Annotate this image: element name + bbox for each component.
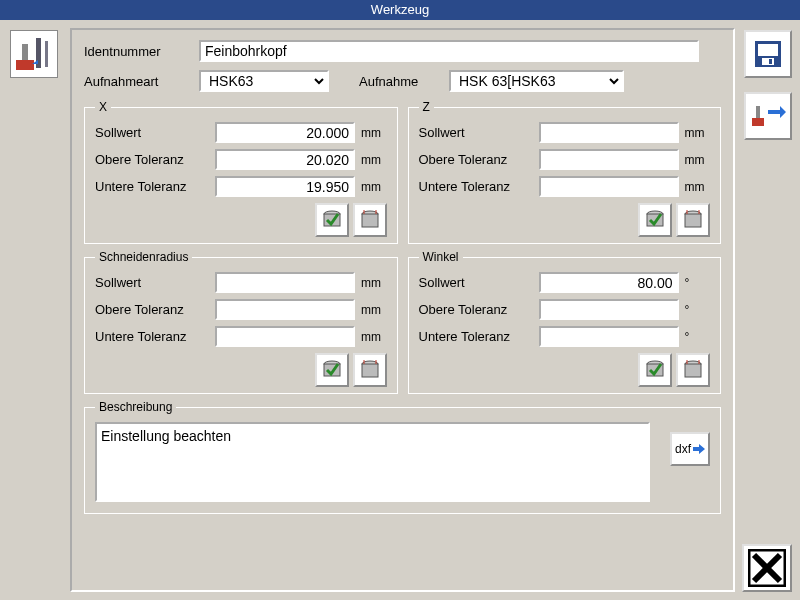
dxf-label: dxf [675,442,691,456]
z-cylinder-button[interactable] [676,203,710,237]
cylinder-check-icon [643,358,667,382]
z-sollwert-input[interactable] [539,122,679,143]
winkel-sollwert-input[interactable] [539,272,679,293]
svg-rect-6 [758,44,778,56]
z-obere-input[interactable] [539,149,679,170]
x-unit: mm [355,126,385,140]
svg-rect-0 [16,60,34,70]
group-x-legend: X [95,100,111,114]
x-obere-input[interactable] [215,149,355,170]
radius-cylinder-button[interactable] [353,353,387,387]
description-legend: Beschreibung [95,400,176,414]
close-button[interactable] [742,544,792,592]
ident-input[interactable] [199,40,699,62]
svg-rect-20 [685,214,701,227]
winkel-untere-input[interactable] [539,326,679,347]
cylinder-check-icon [320,358,344,382]
svg-rect-32 [685,364,701,377]
x-apply-button[interactable] [315,203,349,237]
cylinder-icon [681,358,705,382]
svg-marker-3 [45,41,48,67]
radius-untere-input[interactable] [215,326,355,347]
cylinder-check-icon [320,208,344,232]
radius-sollwert-input[interactable] [215,272,355,293]
tool-form-panel: Identnummer Aufnahmeart HSK63 Aufnahme H… [70,28,735,592]
cylinder-check-icon [643,208,667,232]
description-textarea[interactable] [95,422,650,502]
radius-apply-button[interactable] [315,353,349,387]
x-cylinder-button[interactable] [353,203,387,237]
tool-arrow-icon [750,100,786,132]
dxf-button[interactable]: dxf [670,432,710,466]
svg-rect-1 [22,44,28,60]
cylinder-icon [358,358,382,382]
group-radius: Schneidenradius Sollwertmm Obere Toleran… [84,250,398,394]
x-sollwert-label: Sollwert [95,125,215,140]
radius-obere-input[interactable] [215,299,355,320]
floppy-disk-icon [752,38,784,70]
aufnahmeart-label: Aufnahmeart [84,74,199,89]
x-sollwert-input[interactable] [215,122,355,143]
aufnahme-label: Aufnahme [359,74,449,89]
save-button[interactable] [744,30,792,78]
tool-transfer-button[interactable] [744,92,792,140]
aufnahmeart-select[interactable]: HSK63 [199,70,329,92]
cylinder-icon [358,208,382,232]
group-z: Z Sollwertmm Obere Toleranzmm Untere Tol… [408,100,722,244]
svg-rect-8 [769,59,772,64]
aufnahme-select[interactable]: HSK 63[HSK63 [449,70,624,92]
svg-rect-10 [756,106,760,118]
svg-rect-7 [762,58,774,65]
group-description: Beschreibung dxf [84,400,721,514]
window-titlebar: Werkzeug [0,0,800,20]
winkel-apply-button[interactable] [638,353,672,387]
cylinder-icon [681,208,705,232]
ident-label: Identnummer [84,44,199,59]
tool-image-icon [10,30,58,78]
svg-rect-9 [752,118,764,126]
winkel-cylinder-button[interactable] [676,353,710,387]
winkel-obere-input[interactable] [539,299,679,320]
group-z-legend: Z [419,100,434,114]
group-x: X Sollwertmm Obere Toleranzmm Untere Tol… [84,100,398,244]
svg-rect-14 [362,214,378,227]
arrow-right-icon [693,444,705,454]
close-x-icon [748,549,786,587]
group-winkel: Winkel Sollwert° Obere Toleranz° Untere … [408,250,722,394]
svg-rect-26 [362,364,378,377]
x-untere-label: Untere Toleranz [95,179,215,194]
z-apply-button[interactable] [638,203,672,237]
group-winkel-legend: Winkel [419,250,463,264]
group-radius-legend: Schneidenradius [95,250,192,264]
x-obere-label: Obere Toleranz [95,152,215,167]
x-untere-input[interactable] [215,176,355,197]
z-untere-input[interactable] [539,176,679,197]
